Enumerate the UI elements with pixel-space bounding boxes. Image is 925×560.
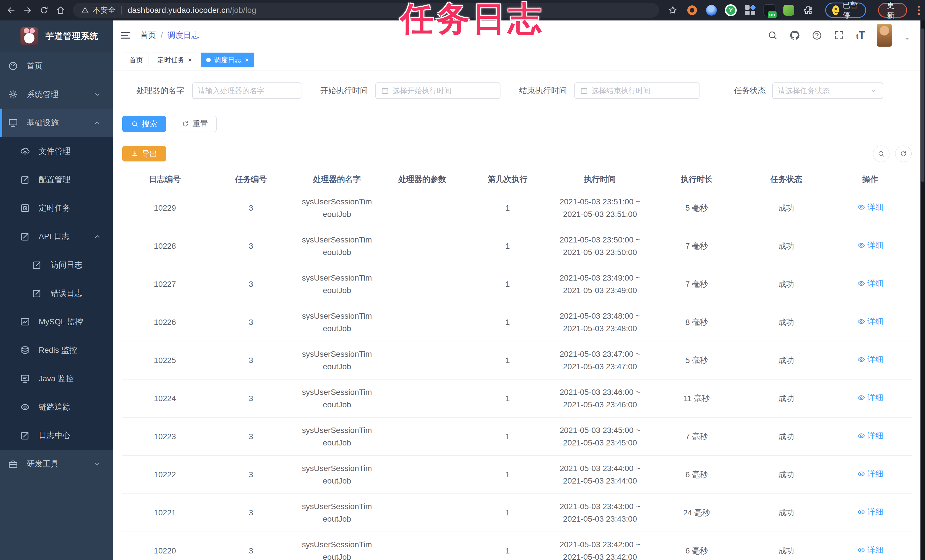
extension-on-badge[interactable]: on: [763, 4, 776, 17]
extensions-menu-button[interactable]: [802, 4, 814, 17]
sidebar-item-label: 链路追踪: [39, 402, 71, 412]
cell-job-id: 3: [208, 507, 294, 519]
extension-orange-ring[interactable]: [686, 4, 698, 17]
close-icon[interactable]: ×: [188, 57, 192, 63]
handler-name-input[interactable]: [192, 83, 301, 99]
browser-reload-button[interactable]: [36, 2, 52, 18]
github-icon[interactable]: [789, 30, 800, 41]
sidebar-item-infrastructure[interactable]: 基础设施: [0, 108, 113, 137]
breadcrumb-home[interactable]: 首页: [140, 30, 156, 41]
extension-green[interactable]: [783, 4, 795, 17]
detail-link[interactable]: 详细: [857, 506, 883, 518]
breadcrumb-current[interactable]: 调度日志: [167, 30, 199, 41]
sidebar-item-scheduled-job[interactable]: 定时任务: [0, 194, 113, 222]
browser-back-button[interactable]: [3, 2, 20, 18]
tab-定时任务[interactable]: 定时任务×: [152, 53, 197, 67]
sidebar-item-home[interactable]: 首页: [0, 52, 113, 80]
sidebar-item-error-log[interactable]: 错误日志: [0, 279, 113, 307]
start-time-picker[interactable]: [375, 83, 500, 99]
sidebar-item-access-log[interactable]: 访问日志: [0, 251, 113, 279]
sidebar-item-label: MySQL 监控: [39, 316, 83, 327]
extension-grid[interactable]: [744, 4, 756, 17]
cell-execute-index: 1: [465, 202, 550, 214]
detail-link[interactable]: 详细: [857, 429, 883, 442]
toggle-search-button[interactable]: [873, 146, 889, 162]
toolbox-icon: [8, 459, 18, 469]
sidebar-item-java-monitor[interactable]: Java 监控: [0, 364, 113, 393]
sidebar-item-mysql-monitor[interactable]: MySQL 监控: [0, 307, 113, 336]
fullscreen-icon[interactable]: [834, 30, 845, 41]
hamburger-icon[interactable]: [119, 29, 132, 42]
url-bar[interactable]: 不安全 dashboard.yudao.iocoder.cn/job/log: [73, 3, 659, 18]
browser-menu-button[interactable]: [918, 6, 920, 15]
detail-link[interactable]: 详细: [857, 544, 883, 556]
sidebar-item-link-trace[interactable]: 链路追踪: [0, 393, 113, 421]
sidebar-item-log-center[interactable]: 日志中心: [0, 421, 113, 450]
caret-down-icon[interactable]: [903, 35, 911, 43]
paused-label: 已暂停: [842, 0, 859, 21]
cell-duration: 6 毫秒: [650, 545, 744, 557]
cell-duration: 7 毫秒: [650, 278, 744, 291]
browser-home-button[interactable]: [52, 2, 69, 18]
detail-link[interactable]: 详细: [857, 353, 883, 366]
help-icon[interactable]: [812, 30, 823, 41]
table-toolbar: 导出: [122, 146, 920, 162]
cell-duration: 5 毫秒: [650, 354, 744, 367]
job-status-select[interactable]: [772, 83, 883, 99]
detail-link[interactable]: 详细: [857, 201, 883, 214]
chevron-up-icon: [93, 119, 101, 127]
sidebar-item-file-manage[interactable]: 文件管理: [0, 137, 113, 166]
sidebar-logo-row[interactable]: 芋道管理系统: [0, 21, 113, 52]
start-time-field[interactable]: [392, 86, 495, 95]
search-icon[interactable]: [767, 30, 778, 41]
column-header: 执行时长: [650, 174, 744, 185]
active-tab-dot: [206, 58, 211, 62]
table-row: 102203sysUserSessionTimeoutJob12021-05-0…: [122, 532, 911, 560]
job-status-field[interactable]: [778, 86, 866, 95]
scrollbar-thumb[interactable]: [921, 29, 924, 182]
cell-execute-time: 2021-05-03 23:48:00 ~2021-05-03 23:48:00: [550, 310, 650, 335]
cell-log-id: 10229: [122, 202, 208, 214]
bookmark-star-button[interactable]: [666, 4, 679, 17]
sidebar-item-system[interactable]: 系统管理: [0, 80, 113, 108]
view-icon: [857, 318, 865, 325]
sidebar-item-dev-tools[interactable]: 研发工具: [0, 450, 113, 478]
detail-link[interactable]: 详细: [857, 239, 883, 251]
chevron-down-icon: [93, 90, 101, 99]
cell-log-id: 10224: [122, 392, 208, 405]
tab-首页[interactable]: 首页: [124, 53, 148, 67]
extension-blue-orb[interactable]: [705, 4, 718, 17]
handler-name-field[interactable]: [198, 86, 296, 95]
cell-job-id: 3: [208, 545, 294, 557]
refresh-table-button[interactable]: [895, 146, 911, 162]
detail-link[interactable]: 详细: [857, 468, 883, 480]
sidebar-item-config-manage[interactable]: 配置管理: [0, 166, 113, 194]
close-icon[interactable]: ×: [245, 57, 249, 63]
profile-paused-chip[interactable]: 已暂停: [825, 3, 866, 18]
cell-duration: 7 毫秒: [650, 240, 744, 253]
browser-forward-button[interactable]: [20, 2, 36, 18]
browser-update-button[interactable]: 更新: [878, 3, 907, 18]
sidebar-item-api-log[interactable]: API 日志: [0, 222, 113, 251]
sidebar-item-redis-monitor[interactable]: Redis 监控: [0, 336, 113, 364]
user-avatar[interactable]: [877, 24, 892, 47]
detail-link[interactable]: 详细: [857, 277, 883, 290]
view-icon: [857, 432, 865, 440]
reset-button[interactable]: 重置: [173, 116, 217, 132]
detail-link[interactable]: 详细: [857, 391, 883, 404]
end-time-picker[interactable]: [574, 83, 699, 99]
tab-调度日志[interactable]: 调度日志×: [201, 53, 254, 67]
end-time-field[interactable]: [592, 86, 694, 95]
table-row: 102243sysUserSessionTimeoutJob12021-05-0…: [122, 379, 911, 418]
extension-green-y[interactable]: Y: [725, 4, 737, 17]
search-button[interactable]: 搜索: [122, 116, 166, 132]
detail-link[interactable]: 详细: [857, 315, 883, 328]
cell-log-id: 10226: [122, 316, 208, 329]
page-scrollbar[interactable]: [920, 21, 925, 560]
export-button[interactable]: 导出: [122, 146, 166, 161]
cell-job-id: 3: [208, 468, 294, 481]
search-actions: 搜索 重置: [122, 116, 920, 132]
cell-log-id: 10225: [122, 354, 208, 367]
cell-handler-name: sysUserSessionTimeoutJob: [294, 272, 380, 297]
font-size-icon[interactable]: tT: [856, 29, 865, 41]
